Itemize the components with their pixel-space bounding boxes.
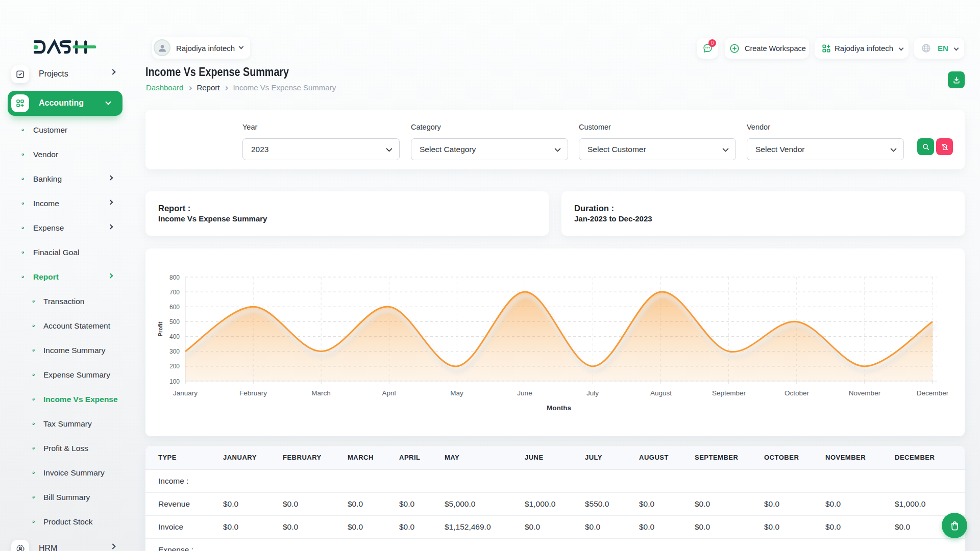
svg-text:200: 200 <box>169 363 180 370</box>
svg-text:Months: Months <box>547 404 571 412</box>
svg-text:800: 800 <box>169 274 180 281</box>
svg-text:September: September <box>712 389 746 397</box>
svg-text:Profit: Profit <box>157 321 163 336</box>
svg-text:100: 100 <box>169 378 180 385</box>
svg-text:June: June <box>517 389 532 397</box>
svg-text:July: July <box>586 389 599 397</box>
svg-text:December: December <box>917 389 949 397</box>
svg-text:August: August <box>650 389 672 397</box>
svg-text:February: February <box>239 389 267 397</box>
svg-text:400: 400 <box>169 333 180 340</box>
svg-text:November: November <box>849 389 881 397</box>
svg-text:January: January <box>173 389 198 397</box>
svg-text:700: 700 <box>169 289 180 296</box>
svg-text:May: May <box>450 389 463 397</box>
svg-text:March: March <box>311 389 331 397</box>
svg-text:500: 500 <box>169 318 180 325</box>
svg-text:October: October <box>785 389 810 397</box>
svg-text:600: 600 <box>169 304 180 311</box>
svg-text:300: 300 <box>169 348 180 355</box>
svg-text:April: April <box>382 389 396 397</box>
